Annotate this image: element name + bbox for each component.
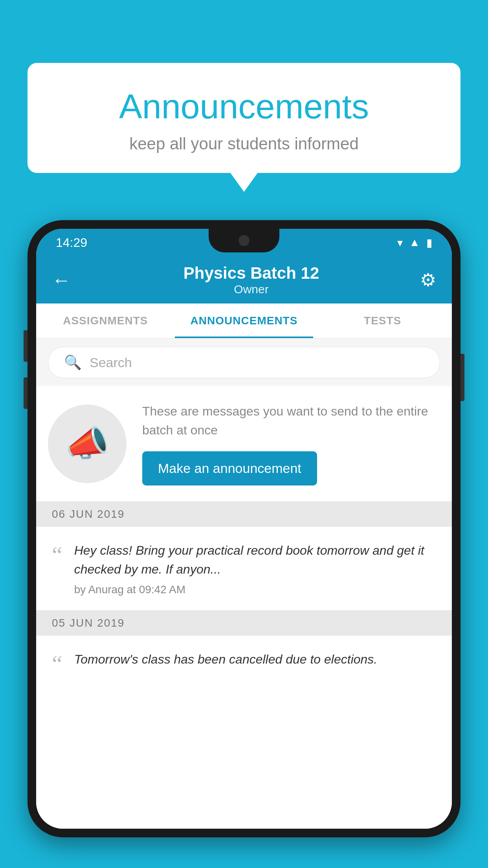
search-bar[interactable]: 🔍 Search (48, 347, 440, 378)
date-divider-1: 06 JUN 2019 (36, 502, 452, 527)
tab-assignments[interactable]: ASSIGNMENTS (36, 303, 175, 338)
tab-tests[interactable]: TESTS (313, 303, 452, 338)
power-button (460, 354, 464, 401)
bubble-subtitle: keep all your students informed (51, 134, 437, 153)
search-icon: 🔍 (64, 354, 82, 371)
front-camera (238, 235, 250, 246)
announcement-author-1: by Anurag at 09:42 AM (74, 583, 436, 596)
tabs-bar: ASSIGNMENTS ANNOUNCEMENTS TESTS (36, 303, 452, 339)
settings-icon[interactable]: ⚙ (420, 269, 436, 291)
announcement-right: These are messages you want to send to t… (142, 402, 440, 485)
app-bar-subtitle: Owner (83, 283, 420, 296)
content-area: 🔍 Search 📣 These are messages you want t… (36, 339, 452, 829)
bubble-title: Announcements (51, 86, 437, 127)
phone-frame: 14:29 ▾ ▲ ▮ ← Physics Batch 12 Owner ⚙ (28, 220, 460, 837)
search-container: 🔍 Search (36, 339, 452, 386)
back-button[interactable]: ← (52, 269, 71, 291)
announcement-content-2: Tomorrow's class has been cancelled due … (74, 650, 436, 673)
speech-bubble-section: Announcements keep all your students inf… (28, 63, 460, 173)
volume-up-button (24, 330, 28, 362)
announcement-icon-circle: 📣 (48, 405, 127, 483)
status-icons: ▾ ▲ ▮ (397, 236, 432, 249)
app-bar-title-area: Physics Batch 12 Owner (83, 264, 420, 296)
wifi-icon: ▾ (397, 236, 403, 249)
announcement-prompt: 📣 These are messages you want to send to… (36, 386, 452, 502)
announcement-text-2: Tomorrow's class has been cancelled due … (74, 650, 436, 669)
phone-screen: 14:29 ▾ ▲ ▮ ← Physics Batch 12 Owner ⚙ (36, 229, 452, 829)
app-bar-title: Physics Batch 12 (83, 264, 420, 283)
tab-announcements[interactable]: ANNOUNCEMENTS (175, 303, 314, 338)
announcement-content-1: Hey class! Bring your practical record b… (74, 541, 436, 596)
date-divider-2: 05 JUN 2019 (36, 611, 452, 636)
quote-icon-1: “ (52, 543, 62, 566)
announcement-description: These are messages you want to send to t… (142, 402, 440, 440)
search-placeholder: Search (90, 355, 132, 370)
battery-icon: ▮ (426, 236, 432, 249)
signal-icon: ▲ (409, 236, 420, 249)
announcement-item-1: “ Hey class! Bring your practical record… (36, 527, 452, 611)
status-time: 14:29 (56, 235, 87, 250)
make-announcement-button[interactable]: Make an announcement (142, 451, 317, 485)
phone-notch (209, 229, 279, 252)
announcement-text-1: Hey class! Bring your practical record b… (74, 541, 436, 579)
quote-icon-2: “ (52, 652, 62, 675)
speech-bubble: Announcements keep all your students inf… (28, 63, 460, 173)
megaphone-icon: 📣 (65, 423, 109, 464)
app-bar: ← Physics Batch 12 Owner ⚙ (36, 256, 452, 303)
volume-down-button (24, 377, 28, 409)
phone-mockup: 14:29 ▾ ▲ ▮ ← Physics Batch 12 Owner ⚙ (28, 220, 460, 868)
announcement-item-2: “ Tomorrow's class has been cancelled du… (36, 636, 452, 690)
